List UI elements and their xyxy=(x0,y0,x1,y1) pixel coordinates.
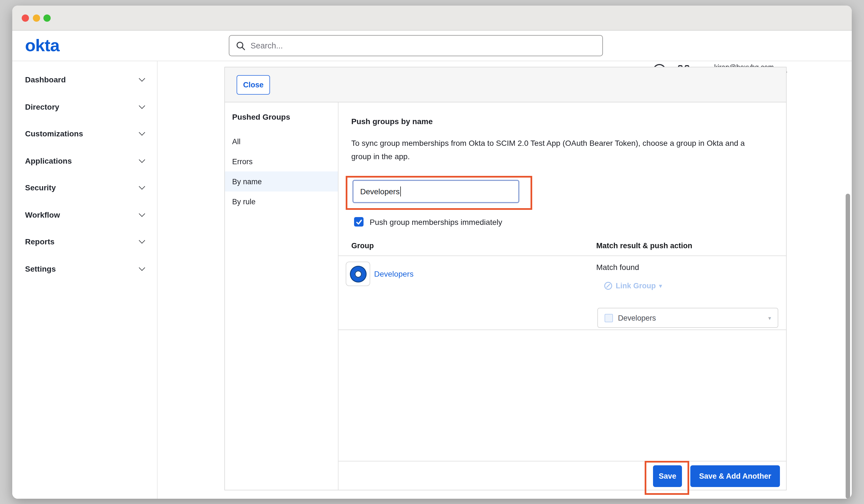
sidebar-item-label: Dashboard xyxy=(25,75,66,84)
app-header: okta ? kiran@boxyhq.com okta-dev-2090126… xyxy=(12,31,852,61)
global-search[interactable] xyxy=(229,35,603,56)
match-status: Match found xyxy=(596,263,639,272)
sidebar-item-label: Applications xyxy=(25,156,72,165)
footer-divider xyxy=(338,461,786,461)
sidebar-item-label: Reports xyxy=(25,237,55,246)
sidebar-item-settings[interactable]: Settings xyxy=(12,259,157,279)
sidebar-item-label: Directory xyxy=(25,103,59,111)
target-group-select[interactable]: Developers ▾ xyxy=(597,308,778,328)
save-button[interactable]: Save xyxy=(653,465,682,487)
subnav-item-label: Errors xyxy=(232,157,253,166)
target-group-value: Developers xyxy=(618,314,763,322)
okta-logo: okta xyxy=(25,37,60,55)
sidebar-item-reports[interactable]: Reports xyxy=(12,231,157,252)
group-input-value: Developers xyxy=(360,187,400,196)
sidebar-item-workflow[interactable]: Workflow xyxy=(12,205,157,225)
push-groups-panel: Close Pushed Groups All Errors By name B… xyxy=(224,67,787,490)
chevron-down-icon xyxy=(139,237,145,244)
subnav-item-label: By rule xyxy=(232,197,255,206)
push-by-name-content: Push groups by name To sync group member… xyxy=(338,103,786,490)
subnav-title: Pushed Groups xyxy=(232,112,290,121)
chevron-down-icon xyxy=(139,129,145,136)
subnav-item-label: All xyxy=(232,137,240,146)
window-titlebar xyxy=(12,5,852,31)
column-match-result: Match result & push action xyxy=(596,242,692,250)
subnav-item-by-name[interactable]: By name xyxy=(225,171,338,191)
close-button[interactable]: Close xyxy=(237,75,270,95)
column-group: Group xyxy=(351,242,374,250)
group-name-input[interactable]: Developers xyxy=(352,180,519,203)
sidebar-item-label: Settings xyxy=(25,264,56,273)
sidebar-item-label: Security xyxy=(25,183,56,192)
group-name-link[interactable]: Developers xyxy=(374,269,413,278)
sidebar-item-directory[interactable]: Directory xyxy=(12,97,157,117)
link-group-dropdown[interactable]: Link Group ▾ xyxy=(604,281,662,290)
subnav-item-all[interactable]: All xyxy=(225,131,338,152)
subnav-item-errors[interactable]: Errors xyxy=(225,152,338,171)
push-immediately-checkbox[interactable] xyxy=(354,217,363,227)
chevron-down-icon xyxy=(139,75,145,82)
push-immediately-row: Push group memberships immediately xyxy=(354,217,502,227)
table-header: Group Match result & push action xyxy=(338,235,786,256)
section-title: Push groups by name xyxy=(351,117,433,126)
sidebar-item-security[interactable]: Security xyxy=(12,178,157,197)
group-avatar xyxy=(346,262,370,286)
sidebar: Dashboard Directory Customizations Appli… xyxy=(12,61,158,499)
window-zoom-button[interactable] xyxy=(44,14,51,22)
chevron-down-icon xyxy=(139,103,145,109)
chevron-down-icon xyxy=(139,157,145,163)
chevron-down-icon xyxy=(139,265,145,271)
push-immediately-label: Push group memberships immediately xyxy=(370,217,502,226)
text-cursor xyxy=(400,187,401,196)
pushed-groups-subnav: Pushed Groups All Errors By name By rule xyxy=(225,103,338,490)
chevron-down-icon xyxy=(139,183,145,190)
subnav-item-label: By name xyxy=(232,177,262,185)
caret-down-icon: ▾ xyxy=(659,283,662,289)
vertical-scrollbar[interactable] xyxy=(845,194,850,499)
window-minimize-button[interactable] xyxy=(33,14,40,22)
browser-window: okta ? kiran@boxyhq.com okta-dev-2090126… xyxy=(12,5,852,499)
link-icon xyxy=(604,281,612,290)
sidebar-item-customizations[interactable]: Customizations xyxy=(12,123,157,144)
screen: okta ? kiran@boxyhq.com okta-dev-2090126… xyxy=(0,0,864,504)
link-group-label: Link Group xyxy=(616,281,656,290)
sidebar-item-label: Customizations xyxy=(25,129,83,138)
chevron-down-icon xyxy=(139,211,145,217)
search-input[interactable] xyxy=(251,41,602,50)
table-row: Developers Match found Link Group ▾ Deve… xyxy=(338,256,786,330)
sidebar-item-label: Workflow xyxy=(25,211,60,219)
window-close-button[interactable] xyxy=(22,14,29,22)
section-description: To sync group memberships from Okta to S… xyxy=(351,136,764,163)
group-mini-icon xyxy=(604,314,613,322)
group-icon xyxy=(350,266,365,281)
caret-down-icon: ▾ xyxy=(768,315,771,321)
save-add-another-button[interactable]: Save & Add Another xyxy=(690,465,780,487)
subnav-item-by-rule[interactable]: By rule xyxy=(225,191,338,212)
panel-toolbar: Close xyxy=(225,67,786,103)
search-icon xyxy=(236,41,245,50)
sidebar-item-applications[interactable]: Applications xyxy=(12,151,157,171)
sidebar-item-dashboard[interactable]: Dashboard xyxy=(12,70,157,89)
